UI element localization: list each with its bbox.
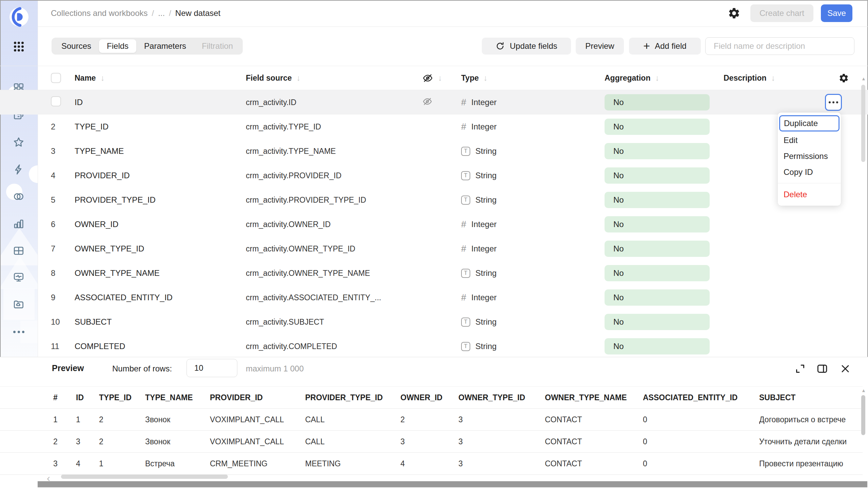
rows-count-input[interactable] [186, 359, 237, 377]
sort-icon[interactable]: ↓ [655, 73, 659, 83]
fields-table-header: Name↓ Field source↓ ↓ Type↓ Aggregation↓… [0, 66, 868, 90]
tab-sources[interactable]: Sources [54, 39, 99, 53]
field-type[interactable]: #Integer [453, 122, 585, 131]
scroll-up-icon[interactable]: ▲ [861, 76, 866, 81]
field-source: crm_activity.SUBJECT [246, 318, 422, 327]
sort-icon[interactable]: ↓ [101, 73, 105, 83]
column-field-source[interactable]: Field source↓ [246, 73, 422, 83]
field-row[interactable]: 2 TYPE_ID crm_activity.TYPE_ID #Integer … [0, 115, 868, 139]
field-row[interactable]: 7 OWNER_TYPE_ID crm_activity.OWNER_TYPE_… [0, 237, 868, 261]
field-type[interactable]: #Integer [453, 244, 585, 253]
table-settings-button[interactable] [819, 66, 868, 90]
field-aggregation[interactable]: No [585, 338, 704, 354]
field-row[interactable]: 8 OWNER_TYPE_NAME crm_activity.OWNER_TYP… [0, 261, 868, 285]
preview-expand-button[interactable] [793, 361, 808, 376]
breadcrumb-item[interactable]: ... [158, 8, 165, 18]
field-aggregation[interactable]: No [585, 216, 704, 232]
field-type[interactable]: #Integer [453, 98, 585, 107]
preview-cell: Звонок [145, 415, 210, 424]
row-menu-button[interactable] [825, 94, 842, 111]
field-source: crm_activity.TYPE_NAME [246, 147, 422, 156]
field-type[interactable]: TString [453, 146, 585, 156]
expand-icon [794, 363, 806, 375]
field-aggregation[interactable]: No [585, 265, 704, 281]
preview-cell: 2 [53, 437, 76, 446]
menu-item-edit[interactable]: Edit [778, 132, 841, 148]
field-aggregation[interactable]: No [585, 167, 704, 184]
tab-filtration[interactable]: Filtration [194, 39, 241, 53]
breadcrumb-item[interactable]: Collections and workbooks [51, 8, 147, 18]
field-row[interactable]: 9 ASSOCIATED_ENTITY_ID crm_activity.ASSO… [0, 285, 868, 310]
sort-icon[interactable]: ↓ [771, 73, 775, 83]
row-index [51, 96, 75, 108]
preview-table-header: #IDTYPE_IDTYPE_NAMEPROVIDER_IDPROVIDER_T… [0, 386, 863, 409]
datalens-logo[interactable] [9, 7, 29, 27]
row-index: 8 [51, 268, 75, 278]
gear-icon [728, 7, 741, 20]
menu-item-copy-id[interactable]: Copy ID [778, 164, 841, 180]
preview-cell: VOXIMPLANT_CALL [210, 437, 305, 446]
save-button[interactable]: Save [821, 4, 852, 22]
field-aggregation[interactable]: No [585, 314, 704, 330]
create-chart-button[interactable]: Create chart [750, 4, 813, 22]
field-search-input[interactable] [705, 37, 854, 55]
preview-horizontal-scrollbar[interactable] [61, 474, 228, 479]
sort-icon[interactable]: ↓ [296, 73, 300, 83]
field-type[interactable]: #Integer [453, 220, 585, 229]
field-row[interactable]: 11 COMPLETED crm_activity.COMPLETED TStr… [0, 334, 868, 357]
field-source: crm_activity.OWNER_ID [246, 220, 422, 229]
row-checkbox[interactable] [51, 96, 61, 106]
field-aggregation[interactable]: No [585, 192, 704, 208]
column-type[interactable]: Type↓ [453, 73, 585, 83]
field-type[interactable]: TString [453, 317, 585, 327]
column-aggregation[interactable]: Aggregation↓ [585, 73, 704, 83]
add-field-button[interactable]: + Add field [629, 38, 701, 55]
preview-button[interactable]: Preview [576, 38, 624, 55]
sort-icon[interactable]: ↓ [484, 73, 488, 83]
preview-cell: 3 [76, 437, 99, 446]
type-icon: T [461, 269, 470, 278]
preview-column-header: PROVIDER_TYPE_ID [305, 393, 400, 402]
field-aggregation[interactable]: No [585, 241, 704, 257]
tab-parameters[interactable]: Parameters [136, 39, 194, 53]
field-type[interactable]: TString [453, 195, 585, 205]
select-all-checkbox[interactable] [51, 73, 61, 83]
field-row[interactable]: 6 OWNER_ID crm_activity.OWNER_ID #Intege… [0, 212, 868, 237]
field-row[interactable]: 10 SUBJECT crm_activity.SUBJECT TString … [0, 310, 868, 334]
dataset-settings-button[interactable] [727, 6, 741, 20]
field-row[interactable]: 4 PROVIDER_ID crm_activity.PROVIDER_ID T… [0, 163, 868, 188]
menu-item-permissions[interactable]: Permissions [778, 148, 841, 164]
scroll-up-icon[interactable]: ▲ [861, 388, 866, 393]
row-index: 5 [51, 195, 75, 205]
update-fields-button[interactable]: Update fields [482, 38, 571, 55]
column-name[interactable]: Name↓ [75, 73, 246, 83]
bottom-scrollbar-track[interactable] [38, 481, 867, 487]
field-row[interactable]: 5 PROVIDER_TYPE_ID crm_activity.PROVIDER… [0, 188, 868, 212]
field-type[interactable]: TString [453, 268, 585, 278]
column-description[interactable]: Description↓ [704, 73, 819, 83]
preview-cell: CALL [305, 437, 400, 446]
preview-close-button[interactable] [838, 361, 853, 376]
field-type[interactable]: TString [453, 342, 585, 351]
field-row[interactable]: ID crm_activity.ID #Integer No [0, 90, 868, 115]
menu-item-delete[interactable]: Delete [778, 186, 841, 202]
field-aggregation[interactable]: No [585, 119, 704, 135]
fields-vertical-scrollbar[interactable] [861, 85, 865, 162]
eye-off-icon [422, 73, 433, 84]
field-row[interactable]: 3 TYPE_NAME crm_activity.TYPE_NAME TStri… [0, 139, 868, 163]
column-hidden[interactable]: ↓ [422, 73, 453, 84]
sort-icon[interactable]: ↓ [438, 73, 442, 83]
field-type[interactable]: TString [453, 171, 585, 180]
preview-vertical-scrollbar[interactable] [861, 395, 865, 435]
field-aggregation[interactable]: No [585, 143, 704, 159]
menu-item-duplicate[interactable]: Duplicate [779, 115, 840, 131]
field-type[interactable]: #Integer [453, 293, 585, 302]
preview-column-header: ASSOCIATED_ENTITY_ID [643, 393, 759, 402]
breadcrumb[interactable]: Collections and workbooks/.../New datase… [51, 0, 220, 26]
apps-grid-icon[interactable] [9, 37, 28, 56]
field-source: crm_activity.PROVIDER_ID [246, 171, 422, 180]
preview-dock-button[interactable] [815, 361, 830, 376]
field-aggregation[interactable]: No [585, 94, 704, 110]
tab-fields[interactable]: Fields [99, 39, 136, 53]
field-aggregation[interactable]: No [585, 289, 704, 306]
